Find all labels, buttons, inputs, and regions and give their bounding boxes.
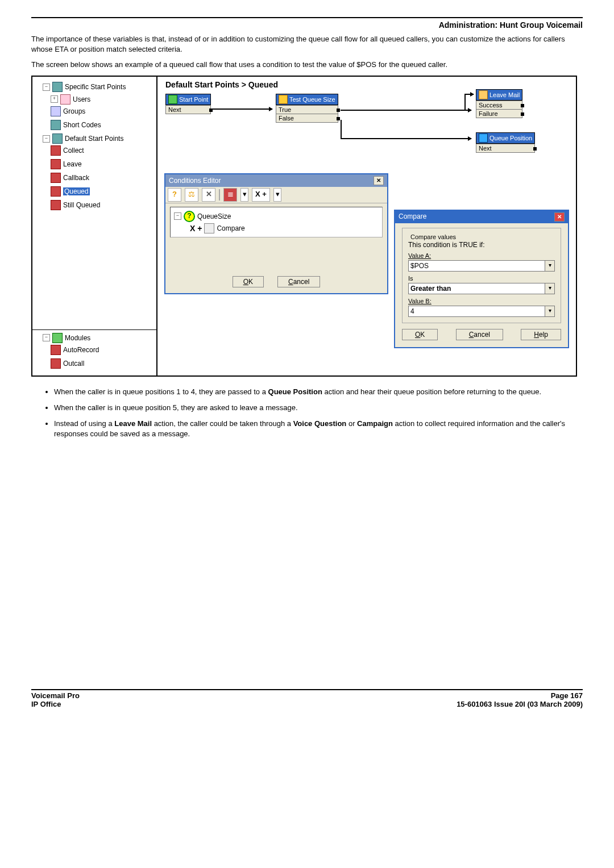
node-title: Queue Position	[489, 135, 532, 141]
bullet-item: Instead of using a Leave Mail action, th…	[54, 419, 583, 439]
folder-icon	[52, 82, 63, 92]
tree-label: Callback	[63, 174, 89, 182]
tree-label: Groups	[63, 107, 85, 115]
action-icon	[51, 173, 61, 183]
tree-label: Still Queued	[63, 201, 100, 209]
toolbar-help-icon[interactable]: ?	[168, 188, 181, 202]
toolbar-delete-icon[interactable]: ✕	[202, 188, 215, 202]
dropdown-icon[interactable]: ▾	[545, 306, 555, 317]
close-icon[interactable]: ✕	[554, 212, 565, 222]
toolbar-separator	[219, 189, 220, 201]
output-label: True	[279, 106, 291, 113]
output-false[interactable]: False	[276, 114, 338, 123]
bullet-list: When the caller is in queue positions 1 …	[31, 387, 583, 440]
output-label: Success	[479, 102, 503, 108]
compare-dialog: Compare ✕ Compare values This condition …	[394, 210, 569, 348]
toolbar-balance-icon[interactable]: ⚖	[185, 188, 198, 202]
footer-issue: 15-601063 Issue 20l (03 March 2009)	[457, 700, 583, 708]
node-title: Leave Mail	[489, 91, 520, 98]
close-icon[interactable]: ✕	[374, 176, 384, 185]
output-label: False	[279, 115, 294, 122]
node-queue-position[interactable]: Queue Position Next	[476, 132, 535, 153]
value-b-input[interactable]	[408, 306, 545, 317]
collapse-icon[interactable]: −	[43, 334, 50, 341]
tree-modules[interactable]: − Modules	[43, 333, 90, 343]
ok-button[interactable]: OK	[233, 276, 264, 287]
value-a-input[interactable]	[408, 260, 545, 272]
condition-node-queuesize[interactable]: − ? QueueSize	[174, 211, 379, 222]
tree-default[interactable]: − Default Start Points	[43, 133, 123, 144]
toolbar-xplus-icon[interactable]: X +	[252, 188, 270, 202]
groups-icon	[51, 106, 61, 116]
window-titlebar[interactable]: Conditions Editor ✕	[165, 174, 387, 187]
folder-icon	[52, 133, 63, 144]
output-true[interactable]: True	[276, 105, 338, 114]
toolbar-dropdown-icon[interactable]: ▾	[273, 188, 281, 202]
action-icon	[51, 200, 61, 210]
action-icon	[51, 345, 61, 355]
comparator-input[interactable]	[408, 283, 545, 294]
warning-icon	[279, 95, 288, 104]
collapse-icon[interactable]: −	[43, 84, 50, 91]
cancel-button[interactable]: Cancel	[277, 276, 320, 287]
node-start-point[interactable]: Start Point Next	[165, 94, 211, 114]
tree-autorecord[interactable]: AutoRecord	[51, 345, 99, 355]
connector-arrow	[341, 138, 471, 139]
connector-line	[341, 120, 342, 139]
toolbar-dropdown-icon[interactable]: ▾	[240, 188, 248, 202]
tree-specific[interactable]: − Specific Start Points	[43, 82, 126, 92]
output-success[interactable]: Success	[476, 101, 522, 110]
tree-stillqueued[interactable]: Still Queued	[51, 200, 100, 210]
tree-collect[interactable]: Collect	[51, 145, 84, 156]
xplus-icon: X +	[190, 224, 202, 233]
tree-label-selected: Queued	[63, 187, 90, 195]
conditions-editor-window: Conditions Editor ✕ ? ⚖ ✕ ≣ ▾ X + ▾	[164, 173, 388, 294]
output-next[interactable]: Next	[165, 105, 211, 114]
tree-queued[interactable]: Queued	[51, 186, 90, 197]
expand-icon[interactable]: +	[51, 95, 58, 103]
help-button[interactable]: Help	[521, 329, 561, 340]
collapse-icon[interactable]: −	[174, 212, 181, 220]
connector-pin[interactable]	[337, 108, 340, 112]
tree-users[interactable]: + Users	[51, 94, 90, 105]
node-leave-mail[interactable]: Leave Mail Success Failure	[476, 89, 522, 118]
mail-icon	[479, 90, 488, 99]
connector-arrow	[464, 94, 474, 95]
condition-node-compare[interactable]: X + Compare	[174, 223, 379, 233]
output-failure[interactable]: Failure	[476, 110, 522, 118]
connector-pin[interactable]	[521, 112, 524, 116]
dropdown-icon[interactable]: ▾	[545, 260, 555, 272]
connector-pin[interactable]	[521, 104, 524, 107]
is-label: Is	[408, 275, 555, 282]
output-label: Failure	[479, 110, 498, 117]
fieldset-legend: Compare values	[408, 233, 458, 240]
toolbar-list-icon[interactable]: ≣	[223, 188, 237, 202]
tree-label: Short Codes	[63, 121, 101, 129]
tree-callback[interactable]: Callback	[51, 173, 89, 183]
dropdown-icon[interactable]: ▾	[545, 283, 555, 294]
person-icon	[479, 133, 488, 143]
condition-tree[interactable]: − ? QueueSize X + Compare	[170, 207, 383, 237]
footer-page: Page 167	[551, 691, 583, 700]
tree-outcall[interactable]: Outcall	[51, 358, 84, 369]
value-b-label: Value B:	[408, 298, 555, 304]
tree-leave[interactable]: Leave	[51, 159, 82, 169]
node-test-queue-size[interactable]: Test Queue Size True False	[276, 94, 338, 123]
window-titlebar[interactable]: Compare ✕	[395, 211, 568, 223]
tree-groups[interactable]: Groups	[51, 106, 85, 116]
users-icon	[60, 94, 70, 105]
callflow-canvas: Default Start Points > Queued Start Poin…	[157, 77, 576, 375]
collapse-icon[interactable]: −	[43, 135, 50, 143]
window-title: Conditions Editor	[169, 177, 221, 185]
output-next[interactable]: Next	[476, 144, 535, 153]
value-a-label: Value A:	[408, 252, 555, 259]
tree-shortcodes[interactable]: Short Codes	[51, 120, 101, 130]
header-title: Administration: Hunt Group Voicemail	[31, 20, 583, 30]
connector-pin[interactable]	[337, 117, 340, 120]
connector-pin[interactable]	[533, 147, 537, 151]
cancel-button[interactable]: Cancel	[456, 329, 503, 340]
intro-para-1: The importance of these variables is tha…	[31, 34, 583, 54]
tree-label: AutoRecord	[63, 346, 99, 354]
ok-button[interactable]: OK	[402, 329, 438, 340]
bullet-item: When the caller is in queue position 5, …	[54, 403, 583, 413]
